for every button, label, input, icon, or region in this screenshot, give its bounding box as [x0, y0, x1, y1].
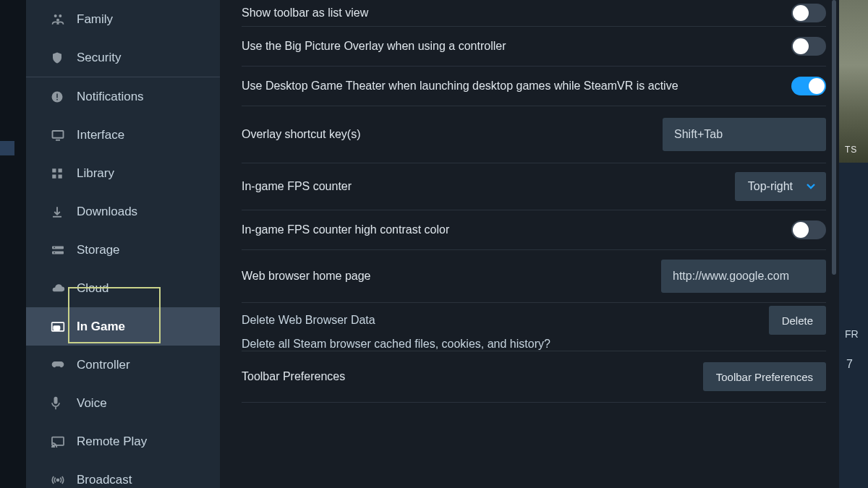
svg-rect-11: [59, 174, 62, 178]
sidebar-item-downloads[interactable]: Downloads: [26, 192, 220, 231]
svg-rect-17: [54, 326, 59, 330]
toolbar-preferences-button[interactable]: Toolbar Preferences: [703, 362, 826, 391]
background-text-seven: 7: [846, 358, 853, 371]
setting-label: In-game FPS counter high contrast color: [242, 222, 791, 238]
background-window-strip: TS FR 7: [839, 0, 868, 488]
sidebar-item-label: Library: [72, 166, 114, 181]
toggle-show-toolbar-list[interactable]: [791, 4, 826, 22]
controller-icon: [51, 360, 72, 370]
svg-rect-9: [59, 168, 62, 172]
dropdown-value: Top-right: [748, 180, 793, 193]
sidebar-item-in-game[interactable]: In Game: [26, 307, 220, 346]
toggle-big-picture-overlay[interactable]: [791, 37, 826, 56]
overlay-icon: [51, 321, 72, 333]
setting-row-desktop-theater: Use Desktop Game Theater when launching …: [242, 67, 826, 106]
shield-icon: [51, 51, 72, 65]
chevron-down-icon: [806, 180, 816, 193]
sidebar-item-label: Family: [72, 12, 113, 27]
svg-rect-5: [56, 99, 58, 100]
cloud-icon: [51, 283, 72, 294]
toggle-fps-high-contrast[interactable]: [791, 221, 826, 239]
window-left-gutter: [0, 0, 26, 488]
setting-row-delete-browser-data: Delete Web Browser Data Delete Delete al…: [242, 303, 826, 351]
row-separator: [242, 402, 826, 403]
sidebar-item-voice[interactable]: Voice: [26, 384, 220, 422]
sidebar-item-label: In Game: [72, 320, 125, 334]
svg-rect-4: [56, 93, 58, 98]
sidebar-item-library[interactable]: Library: [26, 154, 220, 192]
storage-icon: [51, 244, 72, 256]
svg-rect-6: [53, 131, 64, 138]
background-text-ts: TS: [845, 145, 857, 155]
sidebar-item-label: Cloud: [72, 281, 109, 296]
setting-row-fps-counter: In-game FPS counter Top-right: [242, 163, 826, 210]
sidebar-item-cloud[interactable]: Cloud: [26, 269, 220, 307]
setting-row-show-toolbar-list: Show toolbar as list view: [242, 0, 826, 26]
sidebar-item-broadcast[interactable]: Broadcast: [26, 461, 220, 488]
sidebar-item-label: Notifications: [72, 90, 144, 104]
microphone-icon: [51, 396, 72, 411]
sidebar-item-label: Controller: [72, 358, 130, 372]
setting-label: Delete Web Browser Data: [242, 314, 375, 327]
family-icon: [51, 12, 72, 27]
sidebar-item-label: Storage: [72, 243, 120, 257]
svg-rect-19: [52, 437, 64, 445]
setting-sublabel: Delete all Steam browser cached files, c…: [242, 338, 826, 351]
sidebar-item-label: Remote Play: [72, 435, 147, 449]
toggle-desktop-theater[interactable]: [791, 77, 826, 95]
svg-rect-18: [54, 396, 58, 403]
setting-label: In-game FPS counter: [242, 179, 735, 194]
setting-label: Show toolbar as list view: [242, 5, 791, 21]
svg-point-1: [59, 14, 61, 17]
download-icon: [51, 205, 72, 218]
setting-label: Use Desktop Game Theater when launching …: [242, 78, 791, 94]
setting-label: Overlay shortcut key(s): [242, 127, 663, 142]
background-game-image: [839, 0, 868, 163]
svg-rect-8: [52, 168, 56, 172]
scrollbar-thumb[interactable]: [832, 0, 836, 275]
setting-label: Web browser home page: [242, 268, 661, 284]
delete-browser-data-button[interactable]: Delete: [769, 306, 826, 335]
sidebar-item-interface[interactable]: Interface: [26, 116, 220, 154]
sidebar-item-remote-play[interactable]: Remote Play: [26, 422, 220, 461]
sidebar-item-controller[interactable]: Controller: [26, 346, 220, 384]
background-tab-stub: [0, 141, 14, 155]
svg-point-14: [54, 247, 55, 248]
sidebar-item-label: Broadcast: [72, 473, 132, 487]
setting-row-big-picture-overlay: Use the Big Picture Overlay when using a…: [242, 27, 826, 66]
setting-row-homepage: Web browser home page: [242, 250, 826, 302]
alert-icon: [51, 90, 72, 103]
svg-point-21: [57, 479, 59, 481]
monitor-icon: [51, 129, 72, 142]
svg-rect-10: [52, 174, 56, 178]
svg-point-2: [56, 18, 59, 21]
overlay-shortcut-input[interactable]: [663, 118, 826, 151]
svg-point-20: [52, 446, 54, 448]
sidebar-item-notifications[interactable]: Notifications: [26, 77, 220, 116]
svg-point-0: [54, 14, 57, 17]
background-text-fr: FR: [845, 328, 859, 340]
sidebar-item-label: Downloads: [72, 205, 137, 219]
homepage-input[interactable]: [661, 260, 826, 293]
sidebar-item-label: Interface: [72, 128, 124, 142]
setting-label: Toolbar Preferences: [242, 369, 703, 385]
content-scrollbar[interactable]: [832, 0, 836, 488]
sidebar-item-security[interactable]: Security: [26, 38, 220, 77]
sidebar-item-family[interactable]: Family: [26, 0, 220, 38]
setting-row-fps-high-contrast: In-game FPS counter high contrast color: [242, 210, 826, 249]
svg-point-15: [54, 252, 55, 253]
settings-sidebar: Family Security Notifications Interface: [26, 0, 220, 488]
grid-icon: [51, 167, 72, 180]
sidebar-item-label: Security: [72, 51, 121, 65]
setting-label: Use the Big Picture Overlay when using a…: [242, 38, 791, 54]
settings-content-panel: Show toolbar as list view Use the Big Pi…: [220, 0, 839, 488]
sidebar-item-storage[interactable]: Storage: [26, 231, 220, 269]
fps-counter-dropdown[interactable]: Top-right: [735, 172, 826, 201]
setting-row-toolbar-prefs: Toolbar Preferences Toolbar Preferences: [242, 351, 826, 402]
cast-icon: [51, 436, 72, 448]
sidebar-item-label: Voice: [72, 396, 107, 411]
setting-row-overlay-shortcut: Overlay shortcut key(s): [242, 106, 826, 163]
broadcast-icon: [51, 474, 72, 486]
